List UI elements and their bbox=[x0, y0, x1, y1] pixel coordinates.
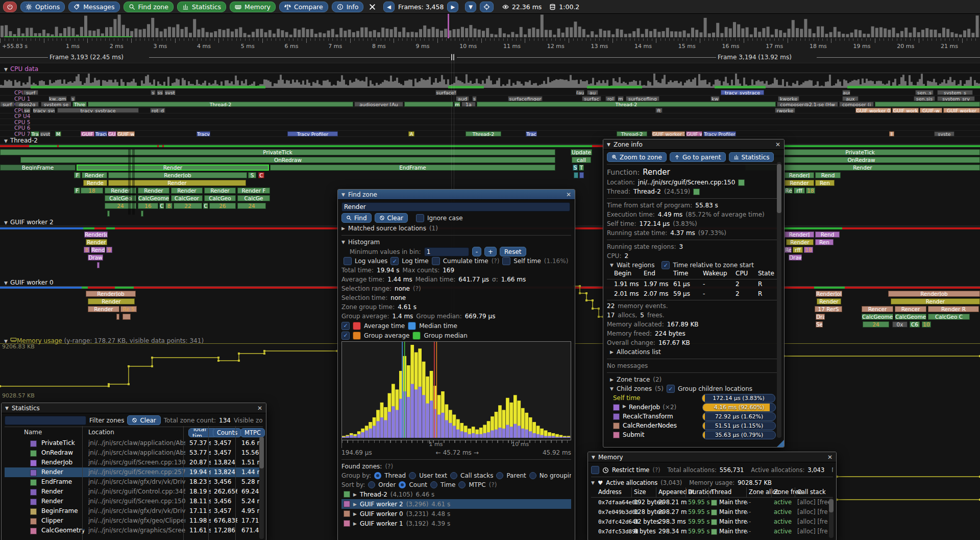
tools-icon[interactable] bbox=[369, 4, 376, 10]
radio-help[interactable]: (?) bbox=[489, 481, 497, 488]
info-button[interactable]: Info bbox=[332, 2, 364, 12]
compare-button[interactable]: Compare bbox=[279, 2, 328, 12]
restrict-time-checkbox[interactable] bbox=[591, 466, 599, 474]
timeline-zone[interactable]: 1a bbox=[461, 102, 476, 107]
timeline-zone[interactable]: Rend bbox=[91, 247, 105, 253]
timeline-zone[interactable]: RenderJob bbox=[86, 291, 136, 297]
zoom-to-zone-button[interactable]: Zoom to zone bbox=[607, 152, 667, 162]
expand-icon[interactable]: ▶ bbox=[353, 502, 357, 507]
find-zone-titlebar[interactable]: ▼ Find zone ✕ bbox=[338, 190, 575, 200]
timeline-zone[interactable]: rol bbox=[605, 96, 616, 101]
child-zone-row[interactable]: CalcRenderNodes51.51 µs (1.15%) bbox=[607, 421, 780, 430]
expand-icon[interactable]: ▶ bbox=[353, 521, 357, 526]
found-zones-help[interactable]: (?) bbox=[385, 463, 393, 470]
child-zone-row[interactable]: ▶RenderJob(×2)4.16 ms (92.60%) bbox=[607, 403, 780, 412]
timeline-zone[interactable]: surfacefinger bbox=[508, 96, 543, 101]
memory-col-header[interactable]: Thread bbox=[711, 488, 747, 496]
timeline-zone[interactable]: Trac bbox=[526, 131, 537, 136]
active-allocations-label[interactable]: Active allocations bbox=[606, 479, 657, 486]
timeline-zone[interactable]: EndFrame bbox=[270, 165, 555, 171]
statistics-scrollbar[interactable] bbox=[259, 437, 264, 539]
timeline-zone[interactable]: CalcGeome bbox=[138, 195, 169, 201]
option-help[interactable]: (?) bbox=[492, 257, 500, 265]
histogram-plot[interactable] bbox=[341, 341, 571, 440]
timeline-zone[interactable]: CalcGeo bbox=[105, 195, 136, 201]
timeline-zone[interactable]: 8 bbox=[165, 203, 173, 209]
timeline-zone[interactable]: RenderJ bbox=[785, 231, 814, 238]
allocation-row[interactable]: 0x7e049b3d00128 bytes298.27 ms59.95 sMai… bbox=[591, 507, 833, 517]
table-row[interactable]: BeginFramejni/../jni/src/claw/gfx/drv/vk… bbox=[5, 506, 263, 516]
zone-group-row[interactable]: ▶GUIF worker 0(3,231)4.48 s bbox=[341, 509, 571, 519]
frame-overview-strip[interactable] bbox=[0, 14, 980, 39]
statistics-panel-titlebar[interactable]: ▼ Statistics ✕ bbox=[2, 403, 266, 413]
timeline-zone[interactable]: Update bbox=[571, 149, 592, 155]
timeline-zone[interactable]: Re 5 bbox=[120, 306, 137, 312]
child-zone-row[interactable]: RecalcTransform72.92 µs (1.62%) bbox=[607, 412, 780, 421]
collapse-icon[interactable]: ▼ bbox=[4, 138, 8, 144]
child-zones-label[interactable]: Child zones bbox=[617, 385, 652, 392]
zone-trace-label[interactable]: Zone trace bbox=[617, 376, 650, 383]
timeline-zone[interactable]: GUIF bbox=[81, 131, 94, 136]
timeline-zone[interactable]: S bbox=[573, 165, 578, 171]
timeline-zone[interactable]: Rende bbox=[83, 180, 107, 186]
expand-icon[interactable]: ▶ bbox=[341, 226, 345, 231]
timeline-zone[interactable]: 24 bbox=[863, 321, 889, 327]
expand-icon[interactable]: ▶ bbox=[353, 511, 357, 516]
timeline-zone[interactable]: 16 bbox=[138, 203, 158, 209]
timeline-zone[interactable]: Thread-2 bbox=[477, 102, 776, 107]
frame-label[interactable]: Frame 3,194 (13.92 ms) bbox=[718, 54, 792, 61]
timeline-zone[interactable]: CalcGeor bbox=[171, 195, 203, 201]
timeline-zone[interactable]: rot_d bbox=[150, 108, 165, 113]
timeline-zone[interactable]: RenderJ bbox=[785, 172, 814, 178]
timeline-zone[interactable] bbox=[141, 210, 143, 217]
frame-markers-row[interactable]: Frame 3,193 (22.45 ms)Frame 3,194 (13.92… bbox=[0, 53, 980, 63]
close-icon[interactable]: ✕ bbox=[566, 191, 571, 198]
memory-panel-titlebar[interactable]: ▼ Memory ✕ bbox=[588, 452, 836, 462]
prev-frame-button[interactable]: ◀ bbox=[383, 2, 395, 12]
timeline-zone[interactable]: au bbox=[587, 90, 598, 95]
collapse-icon[interactable]: ▼ bbox=[4, 280, 8, 286]
timeline-zone[interactable]: Tracy! bbox=[197, 131, 210, 136]
wait-col-header[interactable]: Time bbox=[673, 270, 701, 277]
timeline-zone[interactable]: tracy_sys bbox=[33, 108, 55, 113]
timeline-zone[interactable]: Render R bbox=[928, 306, 979, 312]
timeline-zone[interactable]: Render bbox=[785, 180, 814, 186]
timeline-zone[interactable]: Tracy Profiler bbox=[703, 131, 736, 136]
filter-zones-input[interactable] bbox=[5, 416, 86, 425]
radio-button[interactable] bbox=[458, 481, 465, 488]
timeline-zone[interactable] bbox=[574, 172, 578, 178]
timeline-zone[interactable]: Render bbox=[786, 239, 814, 245]
memory-col-header[interactable]: Call stack bbox=[797, 488, 833, 496]
timeline-zone[interactable]: GUIF wor bbox=[117, 131, 135, 136]
timeline-zone[interactable]: Tracy bbox=[95, 131, 107, 136]
timeline-zone[interactable]: Thread-2 bbox=[88, 102, 353, 107]
collapse-icon[interactable]: ▼ bbox=[4, 67, 8, 72]
thread-section-header[interactable]: ▼Thread-2 bbox=[0, 137, 980, 145]
frame-label[interactable]: Frame 3,193 (22.45 ms) bbox=[50, 54, 124, 61]
timeline-zone[interactable] bbox=[875, 102, 980, 107]
table-row[interactable]: Clipperjni/../jni/src/claw/gfx/geo/Clipp… bbox=[5, 516, 263, 526]
timeline-zone[interactable]: C bbox=[258, 172, 264, 178]
expand-icon[interactable]: ▶ bbox=[610, 349, 614, 355]
collapse-icon[interactable]: ▼ bbox=[341, 192, 345, 197]
zone-group-row[interactable]: ▶GUIF worker 2(3,296)4.61 s bbox=[341, 499, 571, 509]
collapse-icon[interactable]: ▼ bbox=[610, 386, 614, 391]
group-children-checkbox[interactable]: ✓ bbox=[667, 385, 675, 393]
timeline-zone[interactable]: C bbox=[159, 203, 164, 209]
timeline-zone[interactable]: Render bbox=[88, 306, 119, 312]
timeline-zone[interactable]: Render bbox=[105, 187, 136, 194]
legend-checkbox[interactable]: ✓ bbox=[341, 332, 350, 340]
timeline-zone[interactable]: RenderJol bbox=[816, 291, 842, 297]
timeline-zone[interactable]: OnRedraw bbox=[20, 157, 555, 163]
timeline-zone[interactable]: Render bbox=[817, 298, 841, 304]
memory-scrollbar[interactable] bbox=[829, 498, 834, 538]
timeline-zone[interactable]: surf bbox=[0, 102, 14, 107]
timeline-zone[interactable]: GUI bbox=[108, 131, 116, 136]
timeline-zone[interactable]: syst bbox=[164, 90, 176, 95]
timeline-zone[interactable]: C bbox=[203, 203, 208, 209]
radio-button[interactable] bbox=[430, 481, 437, 488]
goto-frame-button[interactable] bbox=[480, 2, 494, 12]
radio-button[interactable] bbox=[368, 481, 375, 488]
timeline-zone[interactable]: Ren bbox=[815, 180, 835, 186]
option-checkbox[interactable] bbox=[432, 257, 440, 265]
